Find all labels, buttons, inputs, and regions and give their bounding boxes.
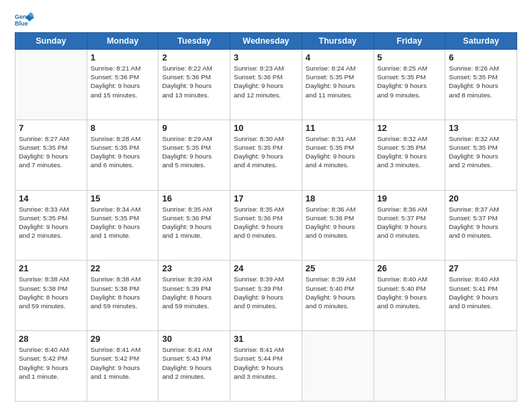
- calendar-cell: 26Sunrise: 8:40 AM Sunset: 5:40 PM Dayli…: [373, 261, 445, 331]
- day-info: Sunrise: 8:32 AM Sunset: 5:35 PM Dayligh…: [449, 134, 513, 170]
- day-info: Sunrise: 8:40 AM Sunset: 5:41 PM Dayligh…: [449, 275, 513, 310]
- calendar-cell: 16Sunrise: 8:35 AM Sunset: 5:36 PM Dayli…: [159, 190, 230, 261]
- calendar-cell: 7Sunrise: 8:27 AM Sunset: 5:35 PM Daylig…: [15, 120, 87, 190]
- day-number: 15: [91, 193, 155, 203]
- calendar-cell: 1Sunrise: 8:21 AM Sunset: 5:36 PM Daylig…: [87, 50, 159, 120]
- day-number: 13: [449, 123, 513, 133]
- header: General Blue: [15, 12, 517, 27]
- calendar-cell: 22Sunrise: 8:38 AM Sunset: 5:38 PM Dayli…: [87, 261, 159, 331]
- day-info: Sunrise: 8:35 AM Sunset: 5:36 PM Dayligh…: [162, 205, 226, 240]
- day-info: Sunrise: 8:39 AM Sunset: 5:39 PM Dayligh…: [234, 275, 298, 310]
- day-info: Sunrise: 8:30 AM Sunset: 5:35 PM Dayligh…: [234, 134, 298, 170]
- day-number: 26: [378, 263, 442, 273]
- day-number: 8: [91, 123, 155, 133]
- day-number: 1: [91, 52, 155, 62]
- calendar-cell: 20Sunrise: 8:37 AM Sunset: 5:37 PM Dayli…: [445, 190, 517, 261]
- calendar-cell: 9Sunrise: 8:29 AM Sunset: 5:35 PM Daylig…: [159, 120, 230, 190]
- calendar-cell: 2Sunrise: 8:22 AM Sunset: 5:36 PM Daylig…: [159, 50, 230, 120]
- day-info: Sunrise: 8:34 AM Sunset: 5:35 PM Dayligh…: [91, 205, 155, 240]
- day-info: Sunrise: 8:41 AM Sunset: 5:42 PM Dayligh…: [91, 345, 155, 381]
- calendar-cell: 11Sunrise: 8:31 AM Sunset: 5:35 PM Dayli…: [302, 120, 373, 190]
- calendar-cell: 21Sunrise: 8:38 AM Sunset: 5:38 PM Dayli…: [15, 261, 87, 331]
- day-info: Sunrise: 8:24 AM Sunset: 5:35 PM Dayligh…: [306, 64, 370, 99]
- calendar-cell: 8Sunrise: 8:28 AM Sunset: 5:35 PM Daylig…: [87, 120, 159, 190]
- calendar-cell: 29Sunrise: 8:41 AM Sunset: 5:42 PM Dayli…: [87, 331, 159, 402]
- calendar-cell: 14Sunrise: 8:33 AM Sunset: 5:35 PM Dayli…: [15, 190, 87, 261]
- day-number: 28: [19, 334, 83, 344]
- day-header-monday: Monday: [87, 33, 159, 50]
- page: General Blue SundayMondayTuesdayWednesda…: [0, 0, 532, 411]
- day-number: 11: [306, 123, 370, 133]
- day-header-friday: Friday: [373, 33, 445, 50]
- day-number: 7: [19, 123, 83, 133]
- logo-icon: General Blue: [15, 12, 34, 27]
- day-header-tuesday: Tuesday: [159, 33, 230, 50]
- day-number: 12: [378, 123, 442, 133]
- calendar-cell: [445, 331, 517, 402]
- calendar-cell: [15, 50, 87, 120]
- day-number: 5: [378, 52, 442, 62]
- calendar-week-1: 7Sunrise: 8:27 AM Sunset: 5:35 PM Daylig…: [15, 120, 517, 190]
- svg-text:Blue: Blue: [15, 20, 28, 27]
- day-info: Sunrise: 8:39 AM Sunset: 5:39 PM Dayligh…: [162, 275, 226, 310]
- calendar-cell: 6Sunrise: 8:26 AM Sunset: 5:35 PM Daylig…: [445, 50, 517, 120]
- calendar-cell: 4Sunrise: 8:24 AM Sunset: 5:35 PM Daylig…: [302, 50, 373, 120]
- day-number: 23: [162, 263, 226, 273]
- calendar-cell: 18Sunrise: 8:36 AM Sunset: 5:36 PM Dayli…: [302, 190, 373, 261]
- day-info: Sunrise: 8:40 AM Sunset: 5:42 PM Dayligh…: [19, 345, 83, 381]
- day-info: Sunrise: 8:39 AM Sunset: 5:40 PM Dayligh…: [306, 275, 370, 310]
- calendar-cell: 27Sunrise: 8:40 AM Sunset: 5:41 PM Dayli…: [445, 261, 517, 331]
- calendar-cell: 19Sunrise: 8:36 AM Sunset: 5:37 PM Dayli…: [373, 190, 445, 261]
- day-number: 19: [378, 193, 442, 203]
- calendar-cell: 15Sunrise: 8:34 AM Sunset: 5:35 PM Dayli…: [87, 190, 159, 261]
- day-info: Sunrise: 8:35 AM Sunset: 5:36 PM Dayligh…: [234, 205, 298, 240]
- day-number: 16: [162, 193, 226, 203]
- day-number: 9: [162, 123, 226, 133]
- calendar-table: SundayMondayTuesdayWednesdayThursdayFrid…: [15, 32, 517, 402]
- calendar-cell: 23Sunrise: 8:39 AM Sunset: 5:39 PM Dayli…: [159, 261, 230, 331]
- day-number: 31: [234, 334, 298, 344]
- calendar-cell: 25Sunrise: 8:39 AM Sunset: 5:40 PM Dayli…: [302, 261, 373, 331]
- day-info: Sunrise: 8:36 AM Sunset: 5:37 PM Dayligh…: [378, 205, 442, 240]
- day-info: Sunrise: 8:33 AM Sunset: 5:35 PM Dayligh…: [19, 205, 83, 240]
- day-info: Sunrise: 8:41 AM Sunset: 5:44 PM Dayligh…: [234, 345, 298, 381]
- day-header-sunday: Sunday: [15, 33, 87, 50]
- day-number: 14: [19, 193, 83, 203]
- calendar-cell: 28Sunrise: 8:40 AM Sunset: 5:42 PM Dayli…: [15, 331, 87, 402]
- day-info: Sunrise: 8:22 AM Sunset: 5:36 PM Dayligh…: [162, 64, 226, 99]
- day-info: Sunrise: 8:38 AM Sunset: 5:38 PM Dayligh…: [19, 275, 83, 310]
- day-info: Sunrise: 8:23 AM Sunset: 5:36 PM Dayligh…: [234, 64, 298, 99]
- calendar-cell: 3Sunrise: 8:23 AM Sunset: 5:36 PM Daylig…: [230, 50, 302, 120]
- calendar-cell: 24Sunrise: 8:39 AM Sunset: 5:39 PM Dayli…: [230, 261, 302, 331]
- day-number: 27: [449, 263, 513, 273]
- day-info: Sunrise: 8:41 AM Sunset: 5:43 PM Dayligh…: [162, 345, 226, 381]
- day-info: Sunrise: 8:26 AM Sunset: 5:35 PM Dayligh…: [449, 64, 513, 99]
- day-number: 30: [162, 334, 226, 344]
- day-info: Sunrise: 8:37 AM Sunset: 5:37 PM Dayligh…: [449, 205, 513, 240]
- day-number: 3: [234, 52, 298, 62]
- day-header-thursday: Thursday: [302, 33, 373, 50]
- calendar-cell: [302, 331, 373, 402]
- calendar-cell: 13Sunrise: 8:32 AM Sunset: 5:35 PM Dayli…: [445, 120, 517, 190]
- calendar-week-3: 21Sunrise: 8:38 AM Sunset: 5:38 PM Dayli…: [15, 261, 517, 331]
- day-info: Sunrise: 8:32 AM Sunset: 5:35 PM Dayligh…: [378, 134, 442, 170]
- day-info: Sunrise: 8:31 AM Sunset: 5:35 PM Dayligh…: [306, 134, 370, 170]
- day-info: Sunrise: 8:29 AM Sunset: 5:35 PM Dayligh…: [162, 134, 226, 170]
- day-info: Sunrise: 8:40 AM Sunset: 5:40 PM Dayligh…: [378, 275, 442, 310]
- logo: General Blue: [15, 12, 36, 27]
- day-number: 2: [162, 52, 226, 62]
- day-number: 22: [91, 263, 155, 273]
- calendar-cell: 31Sunrise: 8:41 AM Sunset: 5:44 PM Dayli…: [230, 331, 302, 402]
- day-info: Sunrise: 8:21 AM Sunset: 5:36 PM Dayligh…: [91, 64, 155, 99]
- calendar-cell: [373, 331, 445, 402]
- day-number: 18: [306, 193, 370, 203]
- calendar-cell: 12Sunrise: 8:32 AM Sunset: 5:35 PM Dayli…: [373, 120, 445, 190]
- calendar-cell: 5Sunrise: 8:25 AM Sunset: 5:35 PM Daylig…: [373, 50, 445, 120]
- day-number: 25: [306, 263, 370, 273]
- calendar-cell: 30Sunrise: 8:41 AM Sunset: 5:43 PM Dayli…: [159, 331, 230, 402]
- day-info: Sunrise: 8:38 AM Sunset: 5:38 PM Dayligh…: [91, 275, 155, 310]
- day-number: 4: [306, 52, 370, 62]
- day-number: 21: [19, 263, 83, 273]
- day-number: 24: [234, 263, 298, 273]
- day-number: 29: [91, 334, 155, 344]
